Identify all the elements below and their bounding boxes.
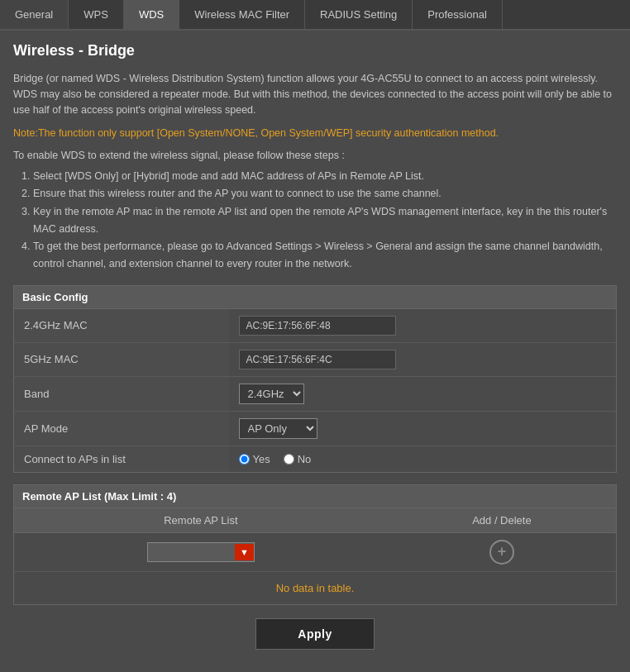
tab-radius-setting[interactable]: RADIUS Setting (305, 0, 413, 29)
tab-professional[interactable]: Professional (413, 0, 503, 29)
step-3: Key in the remote AP mac in the remote A… (33, 203, 617, 239)
tab-bar: General WPS WDS Wireless MAC Filter RADI… (0, 0, 630, 31)
connect-aps-label: Connect to APs in list (14, 446, 229, 472)
band-cell: 2.4GHz 5GHz (229, 376, 617, 411)
mac-5-value-cell: AC:9E:17:56:6F:4C (229, 342, 617, 376)
band-select[interactable]: 2.4GHz 5GHz (239, 384, 304, 404)
remote-ap-dropdown-cell: ▼ (14, 532, 388, 571)
col-remote-ap-list: Remote AP List (14, 508, 388, 533)
tab-wds[interactable]: WDS (124, 0, 179, 29)
table-row: Band 2.4GHz 5GHz (14, 376, 617, 411)
table-row: Connect to APs in list Yes No (14, 446, 617, 472)
band-label: Band (14, 376, 229, 411)
tab-general[interactable]: General (0, 0, 69, 29)
steps-list: Select [WDS Only] or [Hybrid] mode and a… (33, 168, 617, 274)
connect-aps-cell: Yes No (229, 446, 617, 472)
remote-ap-header-row: Remote AP List Add / Delete (14, 508, 617, 533)
step-1: Select [WDS Only] or [Hybrid] mode and a… (33, 168, 617, 185)
main-content: Wireless - Bridge Bridge (or named WDS -… (0, 31, 630, 672)
basic-config-header: Basic Config (13, 285, 617, 309)
table-row: 2.4GHz MAC AC:9E:17:56:6F:48 (14, 309, 617, 343)
tab-wps[interactable]: WPS (69, 0, 124, 29)
dropdown-arrow-button[interactable]: ▼ (235, 544, 254, 560)
mac-5-label: 5GHz MAC (14, 342, 229, 376)
remote-ap-section: Remote AP List (Max Limit : 4) Remote AP… (13, 484, 617, 605)
remote-ap-dropdown[interactable]: ▼ (147, 542, 255, 562)
connect-aps-radio-group: Yes No (239, 453, 607, 465)
mac-24-value-cell: AC:9E:17:56:6F:48 (229, 309, 617, 343)
tab-wireless-mac-filter[interactable]: Wireless MAC Filter (179, 0, 305, 29)
mac-24-label: 2.4GHz MAC (14, 309, 229, 343)
radio-yes[interactable] (239, 454, 250, 465)
remote-ap-table: Remote AP List Add / Delete ▼ + (13, 508, 617, 572)
page-title: Wireless - Bridge (13, 42, 617, 60)
radio-no-text: No (298, 453, 312, 465)
remote-ap-input-row: ▼ + (14, 532, 617, 571)
note-text: Note:The function only support [Open Sys… (13, 126, 617, 141)
description-text: Bridge (or named WDS - Wireless Distribu… (13, 71, 617, 117)
col-add-delete: Add / Delete (388, 508, 617, 533)
steps-intro: To enable WDS to extend the wireless sig… (13, 150, 617, 161)
mac-24-value: AC:9E:17:56:6F:48 (239, 316, 396, 336)
apply-area: Apply (13, 605, 617, 663)
radio-no[interactable] (284, 454, 294, 465)
step-4: To get the best performance, please go t… (33, 238, 617, 274)
apply-button[interactable]: Apply (255, 618, 374, 650)
add-delete-cell: + (388, 532, 617, 571)
remote-ap-input[interactable] (148, 543, 235, 561)
radio-no-label[interactable]: No (284, 453, 312, 465)
table-row: AP Mode AP Only WDS Only Hybrid (14, 411, 617, 446)
step-2: Ensure that this wireless router and the… (33, 185, 617, 203)
add-remote-ap-button[interactable]: + (489, 540, 514, 565)
table-row: 5GHz MAC AC:9E:17:56:6F:4C (14, 342, 617, 376)
ap-mode-cell: AP Only WDS Only Hybrid (229, 411, 617, 446)
radio-yes-label[interactable]: Yes (239, 453, 270, 465)
remote-ap-header: Remote AP List (Max Limit : 4) (13, 484, 617, 508)
no-data-message: No data in table. (13, 572, 617, 605)
radio-yes-text: Yes (253, 453, 270, 465)
basic-config-table: 2.4GHz MAC AC:9E:17:56:6F:48 5GHz MAC AC… (13, 309, 617, 473)
ap-mode-label: AP Mode (14, 411, 229, 446)
mac-5-value: AC:9E:17:56:6F:4C (239, 350, 396, 369)
ap-mode-select[interactable]: AP Only WDS Only Hybrid (239, 418, 317, 439)
